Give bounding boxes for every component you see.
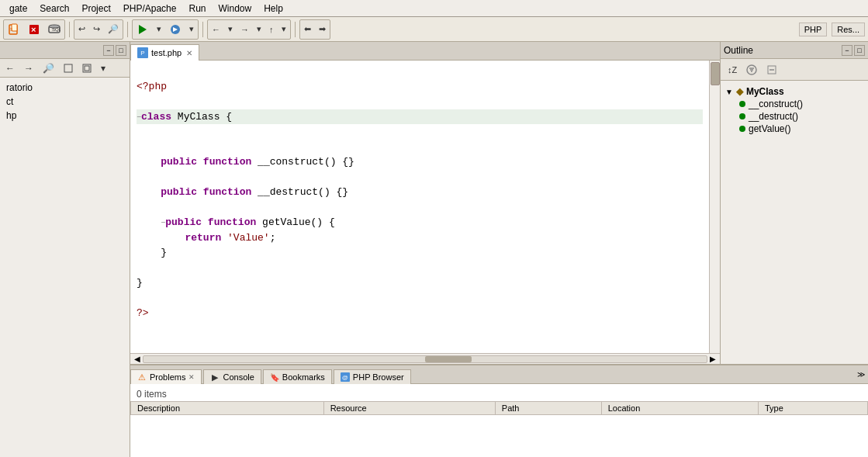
left-panel-minimize[interactable]: − — [103, 45, 114, 56]
bottom-tab-console[interactable]: ▶ Console — [203, 369, 261, 384]
toolbar-btn-new[interactable]: S — [4, 20, 24, 39]
bottom-tab-problems-label: Problems — [150, 372, 185, 382]
tab-label: test.php — [151, 48, 182, 57]
outline-collapse-btn[interactable] — [763, 61, 781, 79]
left-panel-controls: − □ — [103, 45, 126, 56]
toolbar-nav-fwd[interactable]: → — [237, 20, 253, 39]
outline-class-header[interactable]: ▼ ◆ MyClass — [724, 85, 865, 98]
outline-toolbar: ↕Z — [721, 59, 868, 81]
nav-item-3[interactable]: hp — [3, 109, 126, 123]
left-toolbar-menu[interactable]: ▾ — [97, 59, 109, 78]
menu-window[interactable]: Window — [212, 2, 258, 16]
outline-method-construct[interactable]: __construct() — [736, 98, 865, 110]
menu-gate[interactable]: gate — [3, 2, 33, 16]
editor-tab-testphp[interactable]: P test.php ✕ — [130, 44, 199, 61]
editor-outline-row: P test.php ✕ <?php −class MyClass { publ… — [130, 42, 868, 364]
toolbar: S × SQL ↩ ↪ 🔎 ▾ ▾ ← ▾ → ▾ ↑ ▾ ⬅ — [0, 17, 868, 42]
hscroll-track[interactable] — [143, 355, 707, 363]
resource-btn[interactable]: Res... — [832, 23, 865, 36]
outline-method-destruct[interactable]: __destruct() — [736, 110, 865, 123]
bottom-tab-close[interactable]: ✕ — [188, 373, 195, 381]
col-resource: Resource — [323, 402, 495, 415]
menu-search[interactable]: Search — [33, 2, 75, 16]
problems-icon: ⚠ — [137, 372, 147, 382]
center-right-wrapper: P test.php ✕ <?php −class MyClass { publ… — [130, 42, 868, 457]
menu-help[interactable]: Help — [258, 2, 289, 16]
editor-hscroll[interactable]: ◀ ▶ — [130, 353, 720, 364]
svg-rect-13 — [85, 66, 89, 71]
bottom-tab-bookmarks[interactable]: 🔖 Bookmarks — [263, 369, 332, 384]
toolbar-nav-back[interactable]: ← — [208, 20, 224, 39]
outline-header-controls: − □ — [842, 45, 865, 56]
toolbar-nav-left[interactable]: ⬅ — [300, 20, 315, 39]
toolbar-debug-dropdown[interactable]: ▾ — [185, 20, 198, 39]
outline-method-getvalue-label: getValue() — [749, 123, 790, 134]
console-icon: ▶ — [210, 372, 220, 382]
outline-panel-header: Outline − □ — [721, 42, 868, 59]
toolbar-sep-1 — [69, 22, 70, 37]
outline-method-construct-label: __construct() — [749, 99, 803, 109]
toolbar-nav-up-dropdown[interactable]: ▾ — [278, 20, 290, 39]
toolbar-redo[interactable]: ↪ — [89, 20, 104, 39]
bottom-tab-bookmarks-label: Bookmarks — [282, 372, 325, 382]
outline-title: Outline — [724, 45, 753, 56]
toolbar-group-4: ← ▾ → ▾ ↑ ▾ — [207, 19, 291, 40]
method-dot-destruct — [739, 113, 745, 119]
left-toolbar-expand[interactable] — [78, 59, 95, 78]
bottom-table: Description Resource Path Location Type — [130, 401, 868, 415]
toolbar-run-dropdown[interactable]: ▾ — [153, 20, 165, 39]
left-toolbar-collapse[interactable] — [60, 59, 77, 78]
tab-php-icon: P — [137, 47, 148, 58]
svg-rect-11 — [64, 64, 72, 72]
bottom-tab-problems[interactable]: ⚠ Problems ✕ — [130, 369, 202, 384]
left-panel-maximize[interactable]: □ — [116, 45, 126, 56]
menu-phpapache[interactable]: PHP/Apache — [117, 2, 183, 16]
hscroll-right-btn[interactable]: ▶ — [707, 355, 718, 363]
toolbar-nav-up[interactable]: ↑ — [265, 20, 278, 39]
nav-item-1[interactable]: ratorio — [3, 81, 126, 95]
left-toolbar-fwd[interactable]: → — [20, 59, 37, 78]
menu-project[interactable]: Project — [75, 2, 116, 16]
svg-marker-8 — [139, 25, 147, 34]
bottom-tabs: ⚠ Problems ✕ ▶ Console 🔖 Bookmarks @ PHP… — [130, 365, 868, 384]
toolbar-btn-close[interactable]: × — [24, 20, 44, 39]
nav-item-2[interactable]: ct — [3, 95, 126, 109]
phpbrowser-icon: @ — [341, 372, 350, 382]
editor-content[interactable]: <?php −class MyClass { public function _… — [130, 61, 720, 353]
toolbar-group-1: S × SQL — [3, 19, 65, 40]
toolbar-nav-fwd-dropdown[interactable]: ▾ — [253, 20, 265, 39]
toolbar-debug[interactable] — [165, 20, 185, 39]
hscroll-thumb[interactable] — [425, 356, 472, 362]
tab-close-btn[interactable]: ✕ — [186, 49, 192, 57]
main-layout: − □ ← → 🔎 ▾ ratorio ct hp — [0, 42, 868, 457]
toolbar-sep-2 — [127, 22, 128, 37]
outline-tree: ▼ ◆ MyClass __construct() __destruct() — [721, 85, 868, 135]
editor-vscroll[interactable] — [709, 61, 720, 353]
outline-filter-btn[interactable] — [742, 61, 761, 79]
toolbar-run[interactable] — [133, 20, 153, 39]
menu-run[interactable]: Run — [182, 2, 212, 16]
editor-code[interactable]: <?php −class MyClass { public function _… — [130, 61, 709, 353]
toolbar-nav-right[interactable]: ➡ — [315, 20, 330, 39]
vscroll-thumb[interactable] — [711, 62, 720, 85]
outline-class-name: MyClass — [746, 86, 784, 97]
outline-content: ▼ ◆ MyClass __construct() __destruct() — [721, 81, 868, 364]
toolbar-btn-db[interactable]: SQL — [44, 20, 64, 39]
center-panel: P test.php ✕ <?php −class MyClass { publ… — [130, 42, 721, 364]
bottom-tabs-more[interactable]: ≫ — [854, 369, 868, 380]
toolbar-nav-back-dropdown[interactable]: ▾ — [224, 20, 237, 39]
bottom-tab-console-label: Console — [223, 372, 254, 382]
bottom-tab-phpbrowser[interactable]: @ PHP Browser — [334, 369, 411, 384]
outline-sort-btn[interactable]: ↕Z — [724, 61, 741, 79]
hscroll-left-btn[interactable]: ◀ — [132, 355, 143, 363]
outline-minimize[interactable]: − — [842, 45, 852, 56]
toolbar-btn-3[interactable]: 🔎 — [104, 20, 123, 39]
left-toolbar-search[interactable]: 🔎 — [39, 59, 58, 78]
outline-method-getvalue[interactable]: getValue() — [736, 123, 865, 135]
outline-class-icon: ◆ — [736, 86, 743, 97]
toolbar-undo[interactable]: ↩ — [74, 20, 89, 39]
col-type: Type — [758, 402, 867, 415]
svg-text:×: × — [31, 25, 36, 34]
outline-maximize[interactable]: □ — [854, 45, 865, 56]
left-toolbar-back[interactable]: ← — [2, 59, 19, 78]
